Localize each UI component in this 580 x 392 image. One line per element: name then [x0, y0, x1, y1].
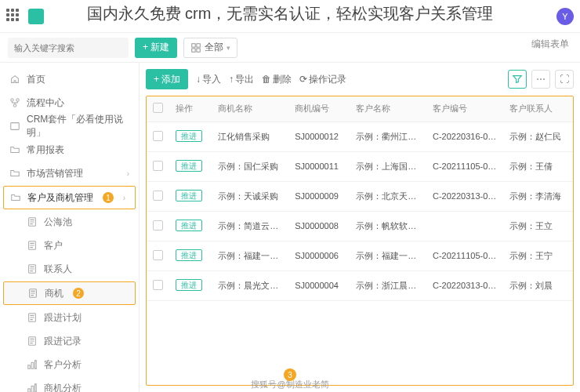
chevron-icon: › — [127, 169, 129, 178]
col-header: 操作 — [169, 96, 212, 122]
nav-label: 常用报表 — [27, 143, 64, 157]
avatar[interactable]: Y — [556, 8, 574, 25]
kit-icon — [9, 121, 20, 132]
filter-icon-button[interactable] — [508, 70, 527, 89]
svg-rect-0 — [192, 43, 195, 46]
sidebar-item[interactable]: 客户及商机管理1› — [3, 186, 136, 209]
action-tag[interactable]: 推进 — [176, 160, 202, 172]
checkbox[interactable] — [153, 280, 163, 290]
sidebar-item[interactable]: 客户 — [0, 234, 139, 257]
chevron-down-icon: ▾ — [227, 44, 230, 52]
table-row[interactable]: 推进江化销售采购SJ0000012示例：衢州江化集团C-20220316-000… — [147, 122, 573, 151]
action-tag[interactable]: 推进 — [176, 249, 202, 261]
import-label: 导入 — [202, 73, 221, 86]
checkbox[interactable] — [153, 131, 163, 141]
filter-dropdown[interactable]: 全部 ▾ — [183, 38, 237, 58]
more-icon-button[interactable]: ⋯ — [531, 70, 550, 89]
cell: 示例：刘晨 — [503, 270, 573, 300]
checkbox[interactable] — [153, 103, 163, 113]
search-input[interactable] — [8, 38, 129, 58]
cell: 示例：赵仁民 — [503, 122, 573, 151]
sidebar-item[interactable]: 公海池 — [0, 210, 139, 234]
action-tag[interactable]: 推进 — [176, 279, 202, 291]
col-header — [147, 96, 169, 122]
export-link[interactable]: ↑导出 — [229, 73, 254, 86]
doc-icon — [27, 216, 38, 227]
sidebar-item[interactable]: 首页 — [0, 67, 139, 91]
sidebar-item[interactable]: 常用报表 — [0, 138, 139, 162]
new-button[interactable]: + 新建 — [135, 38, 177, 58]
sidebar-item[interactable]: 市场营销管理› — [0, 162, 139, 185]
doc-icon — [27, 336, 38, 347]
sidebar-item[interactable]: 客户分析 — [0, 353, 139, 376]
checkbox[interactable] — [153, 220, 163, 230]
col-header: 客户编号 — [426, 96, 503, 122]
col-header: 客户名称 — [350, 96, 426, 122]
cell: 示例：王立 — [503, 211, 573, 241]
add-label: 添加 — [161, 73, 180, 86]
cell: SJ0000006 — [288, 241, 350, 270]
log-link[interactable]: ⟳操作记录 — [299, 73, 346, 86]
filter-label: 全部 — [205, 41, 223, 54]
table-row[interactable]: 推进示例：国仁采购SJ0000011示例：上海国仁有限…C-20211105-0… — [147, 151, 573, 181]
svg-rect-7 — [11, 123, 20, 130]
cell: 江化销售采购 — [212, 122, 288, 151]
content: +添加 ↓导入 ↑导出 🗑删除 ⟳操作记录 ⋯ ⛶ 操作商机名称商机编号客户名称… — [140, 63, 580, 392]
topbar: Y — [0, 0, 580, 33]
cell: 示例：北京天诚软件… — [350, 181, 426, 211]
cell: SJ0000004 — [288, 270, 350, 300]
svg-rect-14 — [28, 365, 31, 368]
checkbox[interactable] — [153, 161, 163, 171]
nav-label: 流程中心 — [27, 96, 64, 110]
logo-icon — [28, 9, 44, 24]
cell: 示例：福建一高集团 — [350, 241, 426, 270]
action-tag[interactable]: 推进 — [176, 190, 202, 201]
cell: C-20220316-0000001 — [426, 122, 503, 151]
edit-form-link[interactable]: 编辑表单 — [531, 38, 569, 51]
export-icon: ↑ — [229, 74, 234, 85]
nav-label: 商机 — [45, 287, 63, 300]
chart-icon — [27, 359, 38, 370]
table-row[interactable]: 推进示例：晨光文具设备…SJ0000004示例：浙江晨光文具…C-2022031… — [147, 270, 573, 300]
cell: 示例：福建一高3月订单 — [212, 241, 288, 270]
expand-icon-button[interactable]: ⛶ — [555, 70, 574, 89]
svg-point-6 — [13, 104, 16, 107]
action-tag[interactable]: 推进 — [176, 220, 202, 231]
delete-label: 删除 — [273, 73, 292, 86]
table-row[interactable]: 推进示例：天诚采购SJ0000009示例：北京天诚软件…C-20220313-0… — [147, 181, 573, 211]
delete-link[interactable]: 🗑删除 — [262, 73, 292, 86]
cell: 示例：王倩 — [503, 151, 573, 181]
data-table: 操作商机名称商机编号客户名称客户编号客户联系人推进江化销售采购SJ0000012… — [147, 96, 573, 301]
sidebar-item[interactable]: 商机2 — [3, 281, 136, 305]
flow-icon — [9, 97, 20, 108]
add-button[interactable]: +添加 — [146, 69, 188, 89]
cell: C-20220313-0000002 — [426, 181, 503, 211]
action-tag[interactable]: 推进 — [176, 130, 202, 142]
action-row: + 新建 全部 ▾ 编辑表单 — [0, 33, 580, 63]
cell: 示例：天诚采购 — [212, 181, 288, 211]
import-link[interactable]: ↓导入 — [196, 73, 221, 86]
table-row[interactable]: 推进示例：简道云采购SJ0000008示例：帆软软件有限公司示例：王立 — [147, 211, 573, 241]
plus-icon: + — [154, 74, 159, 85]
nav-label: 公海池 — [44, 216, 72, 229]
nav-label: 首页 — [27, 73, 45, 86]
sidebar-item[interactable]: CRM套件「必看使用说明」 — [0, 114, 139, 138]
cell: 示例：浙江晨光文具… — [350, 270, 426, 300]
checkbox[interactable] — [153, 250, 163, 260]
sidebar-item[interactable]: 跟进记录 — [0, 329, 139, 353]
checkbox[interactable] — [153, 191, 163, 201]
cell: 示例：王宁 — [503, 241, 573, 270]
svg-rect-1 — [197, 43, 200, 46]
table-row[interactable]: 推进示例：福建一高3月订单SJ0000006示例：福建一高集团C-2021110… — [147, 241, 573, 270]
svg-rect-3 — [197, 48, 200, 51]
export-label: 导出 — [235, 73, 254, 86]
folder-icon — [10, 192, 21, 203]
doc-icon — [27, 240, 38, 251]
sidebar-item[interactable]: 联系人 — [0, 257, 139, 281]
sidebar-item[interactable]: 流程中心 — [0, 91, 139, 114]
sidebar-item[interactable]: 跟进计划 — [0, 306, 139, 329]
cell: 示例：简道云采购 — [212, 211, 288, 241]
nav-label: 跟进记录 — [44, 335, 82, 348]
apps-icon[interactable] — [6, 9, 22, 24]
folder-icon — [9, 144, 20, 155]
